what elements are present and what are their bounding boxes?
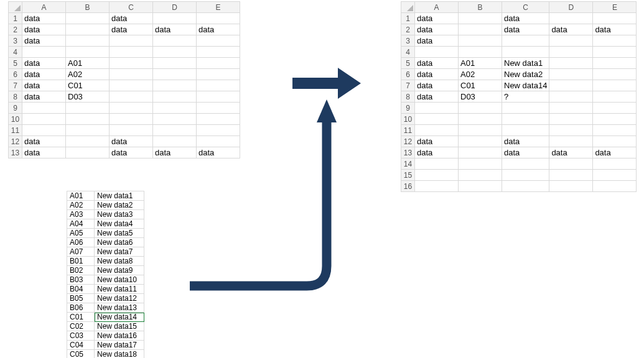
cell-E7[interactable]	[593, 80, 637, 91]
cell-C2[interactable]: data	[502, 24, 549, 35]
cell-B9[interactable]	[66, 103, 110, 114]
cell-A7[interactable]: data	[22, 80, 66, 91]
cell-B1[interactable]	[66, 13, 110, 24]
cell-A4[interactable]	[415, 47, 459, 58]
cell-B14[interactable]	[459, 158, 502, 170]
cell-A13[interactable]: data	[415, 147, 459, 158]
row-header[interactable]: 7	[9, 80, 22, 91]
cell-C16[interactable]	[502, 181, 549, 192]
cell-C7[interactable]	[110, 80, 153, 91]
cell-A4[interactable]	[22, 47, 66, 58]
row-header[interactable]: 14	[401, 158, 415, 170]
cell-D2[interactable]: data	[153, 24, 197, 35]
cell-D1[interactable]	[153, 13, 197, 24]
col-header-B[interactable]: B	[459, 2, 502, 13]
cell-C11[interactable]	[502, 125, 549, 136]
cell-C13[interactable]: data	[110, 147, 153, 158]
cell-C13[interactable]: data	[502, 147, 549, 158]
cell-A16[interactable]	[415, 181, 459, 192]
cell-A2[interactable]: data	[22, 24, 66, 35]
select-all-corner[interactable]	[9, 2, 22, 13]
right-spreadsheet[interactable]: ABCDE1datadata2datadatadatadata3data45da…	[401, 1, 637, 192]
row-header[interactable]: 11	[401, 125, 415, 136]
cell-E4[interactable]	[197, 47, 240, 58]
cell-B8[interactable]: D03	[66, 91, 110, 103]
row-header[interactable]: 8	[401, 91, 415, 103]
row-header[interactable]: 1	[9, 13, 22, 24]
cell-A10[interactable]	[415, 114, 459, 125]
row-header[interactable]: 1	[401, 13, 415, 24]
cell-D14[interactable]	[549, 158, 593, 170]
row-header[interactable]: 9	[401, 103, 415, 114]
cell-C2[interactable]: data	[110, 24, 153, 35]
cell-A10[interactable]	[22, 114, 66, 125]
cell-D9[interactable]	[549, 103, 593, 114]
cell-C4[interactable]	[110, 47, 153, 58]
cell-C1[interactable]: data	[110, 13, 153, 24]
cell-E2[interactable]: data	[197, 24, 240, 35]
cell-C7[interactable]: New data14	[502, 80, 549, 91]
cell-E3[interactable]	[197, 35, 240, 47]
cell-E12[interactable]	[593, 136, 637, 147]
col-header-B[interactable]: B	[66, 2, 110, 13]
cell-B7[interactable]: C01	[66, 80, 110, 91]
cell-B10[interactable]	[459, 114, 502, 125]
row-header[interactable]: 11	[9, 125, 22, 136]
cell-A3[interactable]: data	[415, 35, 459, 47]
cell-A5[interactable]: data	[415, 58, 459, 69]
cell-C6[interactable]: New data2	[502, 69, 549, 80]
cell-E3[interactable]	[593, 35, 637, 47]
cell-E11[interactable]	[593, 125, 637, 136]
cell-A9[interactable]	[22, 103, 66, 114]
cell-B6[interactable]: A02	[459, 69, 502, 80]
select-all-corner[interactable]	[401, 2, 415, 13]
cell-C15[interactable]	[502, 170, 549, 181]
cell-B6[interactable]: A02	[66, 69, 110, 80]
cell-B8[interactable]: D03	[459, 91, 502, 103]
cell-B9[interactable]	[459, 103, 502, 114]
cell-B2[interactable]	[66, 24, 110, 35]
row-header[interactable]: 16	[401, 181, 415, 192]
cell-A9[interactable]	[415, 103, 459, 114]
cell-C9[interactable]	[502, 103, 549, 114]
col-header-A[interactable]: A	[415, 2, 459, 13]
cell-B12[interactable]	[66, 136, 110, 147]
cell-B5[interactable]: A01	[66, 58, 110, 69]
cell-B1[interactable]	[459, 13, 502, 24]
cell-C12[interactable]: data	[110, 136, 153, 147]
row-header[interactable]: 12	[401, 136, 415, 147]
col-header-A[interactable]: A	[22, 2, 66, 13]
cell-C3[interactable]	[110, 35, 153, 47]
cell-C10[interactable]	[110, 114, 153, 125]
row-header[interactable]: 10	[9, 114, 22, 125]
row-header[interactable]: 2	[401, 24, 415, 35]
cell-A15[interactable]	[415, 170, 459, 181]
cell-A12[interactable]: data	[415, 136, 459, 147]
row-header[interactable]: 9	[9, 103, 22, 114]
cell-E10[interactable]	[593, 114, 637, 125]
cell-D16[interactable]	[549, 181, 593, 192]
cell-D10[interactable]	[549, 114, 593, 125]
row-header[interactable]: 12	[9, 136, 22, 147]
col-header-D[interactable]: D	[153, 2, 197, 13]
cell-C8[interactable]	[110, 91, 153, 103]
cell-A3[interactable]: data	[22, 35, 66, 47]
cell-E5[interactable]	[593, 58, 637, 69]
cell-D3[interactable]	[549, 35, 593, 47]
cell-C12[interactable]: data	[502, 136, 549, 147]
cell-E16[interactable]	[593, 181, 637, 192]
cell-C4[interactable]	[502, 47, 549, 58]
cell-A6[interactable]: data	[415, 69, 459, 80]
cell-C9[interactable]	[110, 103, 153, 114]
cell-C11[interactable]	[110, 125, 153, 136]
cell-A1[interactable]: data	[22, 13, 66, 24]
row-header[interactable]: 13	[9, 147, 22, 158]
cell-B4[interactable]	[66, 47, 110, 58]
cell-D6[interactable]	[549, 69, 593, 80]
cell-B10[interactable]	[66, 114, 110, 125]
cell-A11[interactable]	[22, 125, 66, 136]
cell-C6[interactable]	[110, 69, 153, 80]
col-header-C[interactable]: C	[502, 2, 549, 13]
col-header-C[interactable]: C	[110, 2, 153, 13]
row-header[interactable]: 6	[401, 69, 415, 80]
